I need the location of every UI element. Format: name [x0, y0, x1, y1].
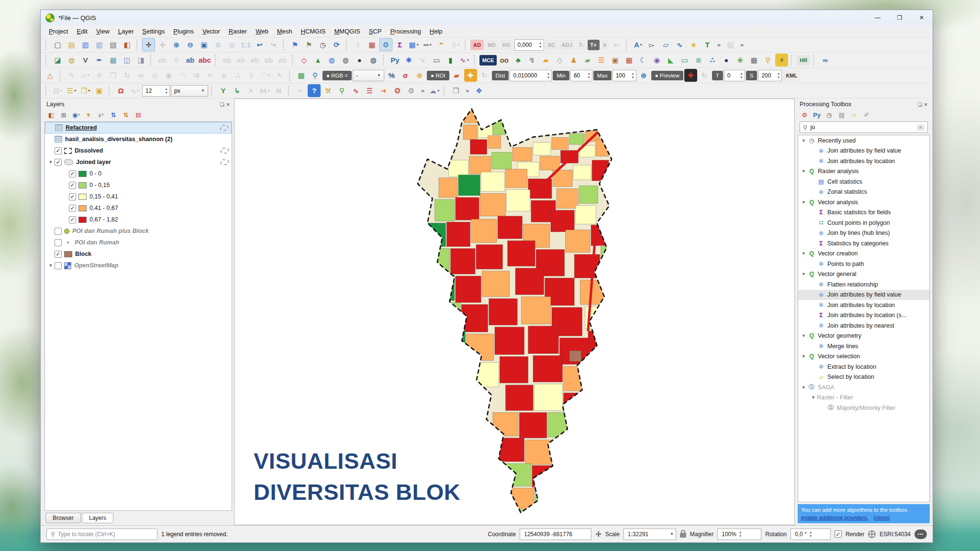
- layers-red-icon[interactable]: ☰: [363, 84, 376, 97]
- toolbox-item-recently-used[interactable]: ▼◷Recently used: [798, 135, 929, 146]
- hr-badge[interactable]: HR: [797, 55, 810, 66]
- results-viewer-icon[interactable]: ▤: [837, 110, 846, 120]
- rotate-feature-icon[interactable]: ↻: [121, 69, 134, 82]
- current-edits-icon[interactable]: △: [44, 69, 56, 82]
- toolbar-overflow[interactable]: »: [715, 41, 723, 48]
- label-toolbar-3-icon[interactable]: ab: [248, 54, 261, 66]
- layer-checkbox[interactable]: [55, 228, 62, 235]
- expander-icon[interactable]: ▼: [800, 251, 807, 256]
- edit-features-inplace-icon[interactable]: ▱: [849, 110, 859, 120]
- mce-badge[interactable]: MCE: [479, 55, 497, 66]
- layer-checkbox[interactable]: ✓: [69, 182, 76, 189]
- preview-rgb-icon[interactable]: ✚: [684, 69, 697, 82]
- dock-tab-browser[interactable]: Browser: [45, 513, 81, 523]
- globe-dark-icon[interactable]: ●: [353, 54, 366, 66]
- map-extent-indicator-icon[interactable]: [220, 125, 228, 131]
- scale-combo[interactable]: 1:32291 ▼: [624, 529, 676, 540]
- layer-item-hasil-analisis-diversitas-shannon-2-[interactable]: hasil_analisis_diversitas_shannon (2): [45, 133, 232, 145]
- save-project-icon[interactable]: ▥: [79, 38, 92, 51]
- zoom-to-selection-icon[interactable]: ⊙: [212, 38, 224, 51]
- t-minus-badge[interactable]: T-: [576, 40, 587, 50]
- close-button[interactable]: ✕: [911, 10, 933, 25]
- layer-item-0-15-0-41[interactable]: ✓0,15 - 0,41: [45, 191, 232, 202]
- minimize-button[interactable]: —: [867, 10, 889, 25]
- expander-icon[interactable]: ▼: [800, 138, 807, 143]
- add-mesh-layer-icon[interactable]: ▦: [107, 54, 120, 66]
- feather-gray-icon[interactable]: ✑: [294, 84, 307, 97]
- toolbox-item-raster-filter[interactable]: ▼Raster - Filter: [798, 393, 929, 403]
- pill-green-icon[interactable]: ▭: [678, 54, 691, 66]
- map-tips-icon[interactable]: ❝: [435, 38, 448, 51]
- adj-badge[interactable]: ADJ: [559, 40, 575, 50]
- zoom-to-layer-icon[interactable]: ◎: [225, 38, 238, 51]
- toolbox-item-extract-by-location[interactable]: ✻Extract by location: [798, 362, 929, 372]
- remove-layer-icon[interactable]: ⊟: [134, 110, 143, 120]
- trim-extend-icon[interactable]: ⊦: [245, 69, 258, 82]
- expander-icon[interactable]: ▼: [800, 385, 807, 390]
- reshape-features-icon[interactable]: ◠: [176, 69, 189, 82]
- deselect-features-icon[interactable]: ❐▾: [79, 84, 92, 97]
- processing-toolbox-toggle-icon[interactable]: ⚙: [379, 38, 392, 51]
- shield-tool-icon[interactable]: ◇: [553, 54, 566, 66]
- map-extent-indicator-icon[interactable]: [221, 148, 229, 154]
- ro-badge[interactable]: RO: [500, 40, 513, 50]
- locator-input[interactable]: ⚲ Type to locate (Ctrl+K): [46, 529, 157, 540]
- layers-close-icon[interactable]: ✕: [226, 102, 230, 107]
- globe-night-icon[interactable]: ●: [720, 54, 733, 66]
- globe-add-icon[interactable]: ◍: [325, 54, 338, 66]
- t-plus-badge[interactable]: T+: [588, 40, 600, 50]
- add-wms-layer-icon[interactable]: ◫: [121, 54, 134, 66]
- toolbox-item-vector-selection[interactable]: ▼QVector selection: [798, 352, 929, 362]
- toolbox-item-join-by-lines-hub-lines-[interactable]: ✻Join by lines (hub lines): [798, 228, 929, 239]
- cloud-tool-icon[interactable]: ☁▾: [428, 84, 441, 97]
- layer-checkbox[interactable]: ✓: [69, 205, 76, 212]
- marker-annotation-icon[interactable]: ★: [687, 38, 700, 51]
- grid-red-icon[interactable]: ▦: [623, 54, 635, 66]
- layer-checkbox[interactable]: ✓: [55, 159, 62, 166]
- vertex-tool-icon[interactable]: ∴: [232, 69, 245, 82]
- refresh-map-icon[interactable]: ⟳: [330, 38, 343, 51]
- identify-features-icon[interactable]: i: [352, 38, 365, 51]
- toolbox-search-input[interactable]: ⚲ jo ✕: [800, 121, 928, 133]
- layer-item-0-41-0-67[interactable]: ✓0,41 - 0,67: [45, 202, 232, 214]
- menu-help[interactable]: Help: [425, 26, 447, 36]
- save-project-as-icon[interactable]: ▥: [93, 38, 106, 51]
- kml-badge[interactable]: KML: [783, 70, 800, 81]
- scp-bandset-icon[interactable]: ▦: [295, 69, 308, 82]
- stretch-percent-icon[interactable]: %: [385, 69, 398, 82]
- leaf-layers-icon[interactable]: ≋: [692, 54, 705, 66]
- toolbar-overflow[interactable]: »: [738, 41, 746, 48]
- disabled-x2-icon[interactable]: ⋈▾: [258, 84, 271, 97]
- layer-checkbox[interactable]: ✓: [55, 147, 62, 154]
- toolbar-overflow[interactable]: »: [463, 87, 471, 94]
- menu-settings[interactable]: Settings: [138, 26, 169, 36]
- stretch-sigma-icon[interactable]: σ: [399, 69, 412, 82]
- new-project-icon[interactable]: ▢: [51, 38, 64, 51]
- layer-item-joined-layer[interactable]: ▼✓Joined layer: [45, 156, 232, 168]
- sc-badge[interactable]: SC: [545, 40, 558, 50]
- toolbox-item-statistics-by-categories[interactable]: ΣStatistics by categories: [798, 238, 929, 249]
- disabled-x1-icon[interactable]: ✕: [245, 84, 257, 97]
- open-project-icon[interactable]: ▤: [65, 38, 78, 51]
- rectangle-tool-icon[interactable]: ▭: [430, 54, 443, 66]
- toolbox-item-cell-statistics[interactable]: ▤Cell statistics: [798, 176, 929, 187]
- history-icon[interactable]: ◷: [824, 110, 834, 120]
- attribute-table-icon[interactable]: ▦▾: [407, 38, 420, 51]
- rgb-combo[interactable]: -▼: [353, 70, 384, 81]
- extents-toggle-icon[interactable]: ✛: [595, 530, 601, 539]
- person-orange-icon[interactable]: ♟: [567, 54, 580, 66]
- offset-curve-icon[interactable]: ⇉: [190, 69, 203, 82]
- undo-gray-icon[interactable]: ↩: [610, 38, 623, 51]
- topology-shoe-icon[interactable]: ↳: [231, 84, 244, 97]
- maximize-button[interactable]: ❐: [889, 10, 911, 25]
- expander-icon[interactable]: ▼: [47, 160, 55, 165]
- arrows-orange-icon[interactable]: ➔: [377, 84, 390, 97]
- grid-pencil-icon[interactable]: ▦: [747, 54, 760, 66]
- lock-scale-icon[interactable]: [680, 533, 686, 538]
- paste-features-icon[interactable]: ❐: [449, 84, 462, 97]
- menu-processing[interactable]: Processing: [386, 26, 425, 36]
- rotation-field[interactable]: 0,0 ° ▲▼: [791, 529, 831, 540]
- split-features-icon[interactable]: ✂: [204, 69, 217, 82]
- hammer-tool-icon[interactable]: ⚒: [322, 84, 334, 97]
- scp-search-icon[interactable]: ⚲: [309, 69, 322, 82]
